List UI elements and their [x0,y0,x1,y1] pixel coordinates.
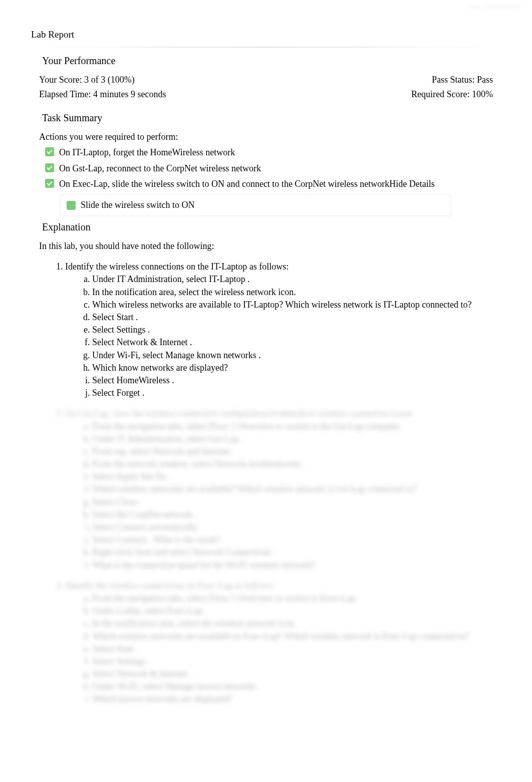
substep: Under IT Administration, select Gst-Lap … [92,433,502,445]
substep: From the navigation tabs, select Floor 1… [92,420,502,433]
substep: Select Apply this fix . [92,470,502,483]
explanation-heading: Explanation [42,220,502,234]
step-1: Identify the wireless connections on the… [65,260,502,399]
explanation-intro: In this lab, you should have noted the f… [30,240,502,252]
task-text: On Gst-Lap, reconnect to the CorpNet wir… [59,163,261,173]
substep: Select Forget . [92,387,502,399]
substep: What is the connection speed for the Wi-… [92,559,502,572]
task-details-box: Slide the wireless switch to ON [60,194,451,216]
step-2-substeps: From the navigation tabs, select Floor 1… [65,420,502,572]
task-text: On Exec-Lap, slide the wireless switch t… [59,179,389,189]
step-title: On Gst-Lap, view the wireless connection… [65,408,413,418]
step-title: Identify the wireless connections on the… [65,262,289,272]
substep: Select Connect . What is the result? [92,534,502,546]
check-icon [45,179,54,188]
substep: Select Start . [92,643,502,655]
required-score: Required Score: 100% [411,88,493,101]
check-icon [67,201,76,210]
substep: Select Start . [92,311,502,324]
meta-right: https://labsimserver/… [468,2,528,11]
step-2-blurred: On Gst-Lap, view the wireless connection… [65,407,502,571]
step-1-substeps: Under IT Administration, select IT-Lapto… [65,273,502,399]
substep: Which known networks are displayed? [92,693,502,705]
substep: Under Wi-Fi, select Manage known network… [92,680,502,693]
elapsed-time: Elapsed Time: 4 minutes 9 seconds [39,88,166,101]
pass-status: Pass Status: Pass [411,74,493,86]
substep: Under Wi-Fi, select Manage known network… [92,349,502,362]
performance-grid: Your Score: 3 of 3 (100%) Elapsed Time: … [30,74,502,101]
performance-right-col: Pass Status: Pass Required Score: 100% [411,74,493,101]
substep: Select Connect automatically . [92,521,502,534]
report-title: Lab Report [30,28,502,42]
substep: Which wireless networks are available to… [92,630,502,643]
explanation-steps: Identify the wireless connections on the… [30,260,502,705]
step-title: Identify the wireless connections on Exe… [65,581,274,591]
substep: Under Lobby, select Exec-Lap . [92,605,502,617]
title-divider [30,47,502,48]
task-item: On Gst-Lap, reconnect to the CorpNet wir… [45,162,502,175]
task-item: On IT-Laptop, forget the HomeWireless ne… [45,146,502,159]
substep: Select Close . [92,496,502,508]
step-3-substeps: From the navigation tabs, select Floor 1… [65,592,502,706]
footer-right: … [521,751,528,760]
substep: Which wireless networks are available? W… [92,483,502,495]
substep: From the network window, select Network … [92,458,502,470]
check-icon [45,147,54,156]
footer-left: … [4,751,11,760]
task-text: On IT-Laptop, forget the HomeWireless ne… [59,147,235,157]
substep: Select Settings . [92,655,502,668]
substep: Select Network & Internet . [92,668,502,680]
substep: Select the CorpNet network . [92,508,502,521]
task-item: On Exec-Lap, slide the wireless switch t… [45,178,502,190]
substep: Select HomeWireless . [92,374,502,387]
substep: Which wireless networks are available to… [92,299,502,311]
task-summary-intro: Actions you were required to perform: [30,131,502,143]
performance-left-col: Your Score: 3 of 3 (100%) Elapsed Time: … [39,74,166,101]
page-container: Lab Report Your Performance Your Score: … [0,13,532,728]
bottom-meta-bar: … … [0,749,532,762]
substep: In the notification area, select the wir… [92,286,502,299]
task-list: On IT-Laptop, forget the HomeWireless ne… [30,146,502,190]
top-meta-bar: — https://labsimserver/… [0,0,532,13]
hide-details-link[interactable]: Hide Details [389,179,434,189]
substep: In the notification area, select the wir… [92,617,502,630]
task-detail-text: Slide the wireless switch to ON [81,199,194,211]
performance-heading: Your Performance [42,54,502,68]
check-icon [45,163,54,172]
substep: Under IT Administration, select IT-Lapto… [92,273,502,286]
task-summary-heading: Task Summary [42,111,502,125]
substep: From the navigation tabs, select Floor 1… [92,592,502,605]
substep: Select Network & Internet . [92,336,502,349]
substep: Right-click Start and select Network Con… [92,546,502,559]
substep: From top, select Network and Internet . [92,445,502,458]
your-score: Your Score: 3 of 3 (100%) [39,74,166,86]
substep: Which know networks are displayed? [92,362,502,374]
substep: Select Settings . [92,324,502,336]
step-3-blurred: Identify the wireless connections on Exe… [65,580,502,706]
